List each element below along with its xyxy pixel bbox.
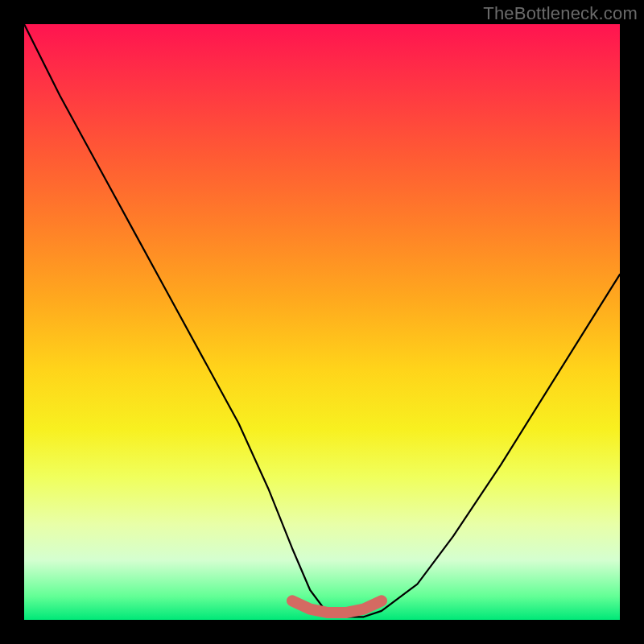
bottleneck-curve [24,24,620,617]
watermark-text: TheBottleneck.com [483,3,638,24]
chart-svg [24,24,620,620]
chart-frame: TheBottleneck.com [0,0,644,644]
optimal-range-highlight [292,601,382,613]
plot-area [24,24,620,620]
